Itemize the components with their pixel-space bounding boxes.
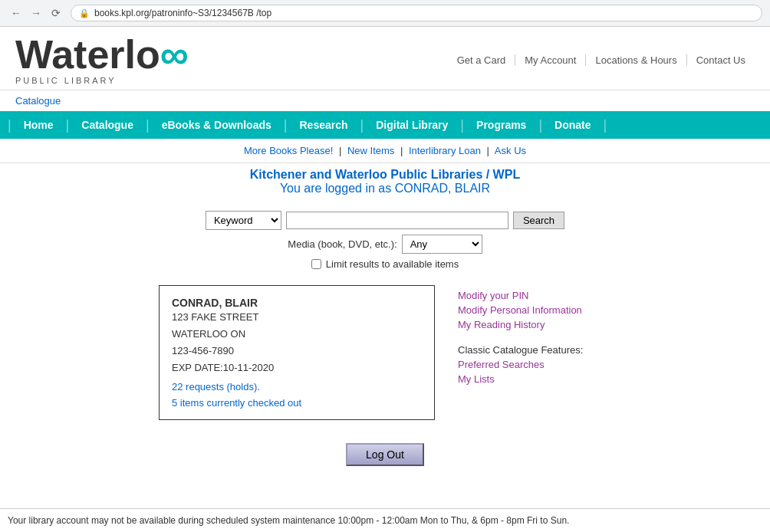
forward-button[interactable]: → (28, 5, 44, 21)
nav-programs[interactable]: Programs (464, 111, 538, 139)
browser-chrome: ← → ⟳ 🔒 books.kpl.org/patroninfo~S3/1234… (0, 0, 770, 27)
reload-button[interactable]: ⟳ (48, 5, 64, 21)
search-row: Keyword Title Author Subject Series Sear… (206, 211, 564, 230)
breadcrumb: Catalogue (0, 90, 770, 111)
nav-digital-library[interactable]: Digital Library (364, 111, 460, 139)
account-info-box: CONRAD, BLAIR 123 FAKE STREET WATERLOO O… (159, 285, 435, 420)
my-account-link[interactable]: My Account (515, 54, 586, 66)
logout-button[interactable]: Log Out (346, 443, 424, 466)
nav-catalogue[interactable]: Catalogue (69, 111, 146, 139)
nav-donate[interactable]: Donate (542, 111, 603, 139)
account-name: CONRAD, BLAIR (172, 297, 422, 309)
welcome-section: Kitchener and Waterloo Public Libraries … (0, 163, 770, 203)
back-button[interactable]: ← (8, 5, 25, 21)
media-select[interactable]: Any Book DVD CD Magazine (402, 235, 482, 254)
logo-waterloo: Waterlo (15, 34, 160, 74)
sub-divider-2: | (400, 145, 403, 156)
media-row: Media (book, DVD, etc.): Any Book DVD CD… (288, 235, 482, 254)
logo-infinity: ∞ (160, 34, 189, 74)
nav-ebooks[interactable]: eBooks & Downloads (150, 111, 284, 139)
sub-divider-3: | (487, 145, 489, 156)
nav-research[interactable]: Research (287, 111, 360, 139)
library-title: Kitchener and Waterloo Public Libraries … (0, 168, 770, 182)
search-area: Keyword Title Author Subject Series Sear… (0, 203, 770, 277)
site-header: Waterlo∞ PUBLIC LIBRARY Get a Card My Ac… (0, 27, 770, 90)
header-nav: Get a Card My Account Locations & Hours … (448, 54, 755, 66)
logo-area: Waterlo∞ PUBLIC LIBRARY (15, 34, 189, 85)
search-button[interactable]: Search (513, 212, 564, 229)
classic-features-label: Classic Catalogue Features: (458, 344, 611, 356)
media-label: Media (book, DVD, etc.): (288, 238, 397, 250)
modify-personal-link[interactable]: Modify Personal Information (458, 304, 611, 316)
limit-label[interactable]: Limit results to available items (326, 258, 459, 270)
new-items-link[interactable]: New Items (347, 145, 394, 156)
account-phone: 123-456-7890 (172, 345, 234, 356)
address-line1: 123 FAKE STREET (172, 311, 258, 323)
account-links-col: Modify your PIN Modify Personal Informat… (458, 285, 611, 420)
my-lists-link[interactable]: My Lists (458, 373, 611, 385)
modify-pin-link[interactable]: Modify your PIN (458, 290, 611, 301)
account-exp-date: EXP DATE:10-11-2020 (172, 362, 274, 373)
sub-nav: More Books Please! | New Items | Interli… (0, 139, 770, 163)
checked-out-link[interactable]: 5 items currently checked out (172, 397, 422, 409)
ask-us-link[interactable]: Ask Us (495, 145, 526, 156)
sub-divider-1: | (339, 145, 341, 156)
account-section: CONRAD, BLAIR 123 FAKE STREET WATERLOO O… (0, 277, 770, 435)
nav-home[interactable]: Home (12, 111, 66, 139)
get-a-card-link[interactable]: Get a Card (448, 54, 516, 66)
logo-subtitle: PUBLIC LIBRARY (15, 76, 189, 85)
limit-checkbox[interactable] (311, 259, 321, 269)
limit-row: Limit results to available items (311, 258, 459, 270)
logout-section: Log Out (0, 435, 770, 481)
preferred-searches-link[interactable]: Preferred Searches (458, 359, 611, 370)
holds-link[interactable]: 22 requests (holds). (172, 381, 422, 392)
address-bar[interactable]: 🔒 books.kpl.org/patroninfo~S3/1234567B /… (71, 5, 762, 21)
more-books-link[interactable]: More Books Please! (244, 145, 333, 156)
contact-us-link[interactable]: Contact Us (687, 54, 755, 66)
account-address: 123 FAKE STREET WATERLOO ON 123-456-7890… (172, 309, 422, 376)
nav-sep-7: | (604, 117, 607, 133)
search-input[interactable] (286, 212, 508, 229)
search-type-select[interactable]: Keyword Title Author Subject Series (206, 211, 281, 230)
main-nav: | Home | Catalogue | eBooks & Downloads … (0, 111, 770, 139)
address-line2: WATERLOO ON (172, 328, 245, 340)
lock-icon: 🔒 (79, 8, 90, 18)
url-text: books.kpl.org/patroninfo~S3/1234567B /to… (94, 8, 271, 18)
logged-in-text: You are logged in as CONRAD, BLAIR (0, 182, 770, 195)
locations-hours-link[interactable]: Locations & Hours (586, 54, 686, 66)
interlibrary-loan-link[interactable]: Interlibrary Loan (409, 145, 481, 156)
logo-text: Waterlo∞ (15, 34, 189, 74)
reading-history-link[interactable]: My Reading History (458, 319, 611, 330)
breadcrumb-catalogue-link[interactable]: Catalogue (15, 95, 61, 107)
